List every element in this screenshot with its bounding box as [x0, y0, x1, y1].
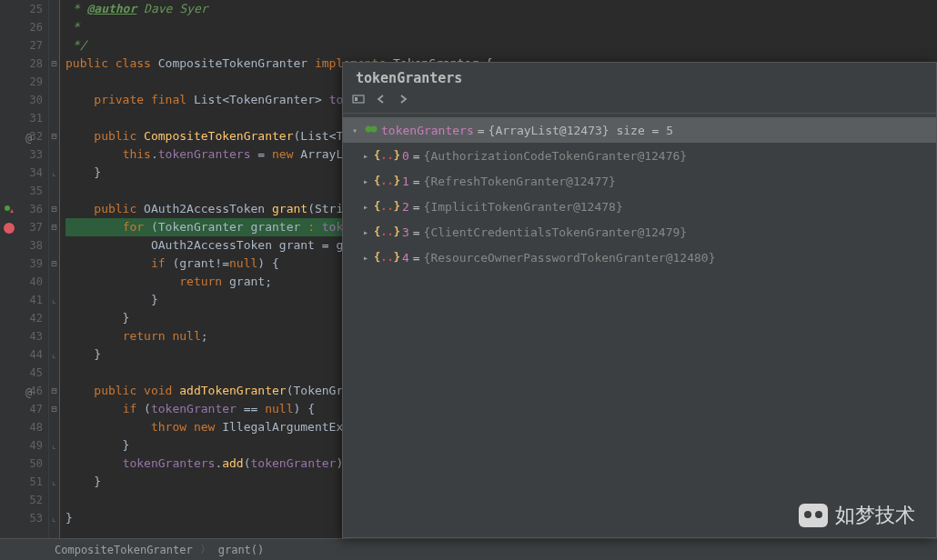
nav-back-icon[interactable] — [376, 94, 387, 107]
fold-marker[interactable] — [49, 73, 59, 91]
fold-marker[interactable]: ⊟ — [49, 255, 59, 273]
line-number: 42 — [0, 309, 48, 327]
chevron-right-icon[interactable]: ▸ — [359, 176, 372, 186]
line-number: 37 — [0, 218, 48, 236]
line-number-gutter: 2526272829303132@33343536373839404142434… — [0, 0, 49, 538]
fold-column: ⊟⊟⌞⊟⊟⊟⌞⌞⊟⊟⌞⌞⌞ — [49, 0, 60, 538]
line-number: 25 — [0, 0, 48, 18]
debug-tree-item[interactable]: ▸{..}2 = {ImplicitTokenGranter@12478} — [343, 194, 936, 219]
line-number: 38 — [0, 236, 48, 255]
breadcrumb-separator-icon: 〉 — [200, 542, 211, 557]
line-number: 35 — [0, 182, 48, 200]
line-number: 33 — [0, 145, 48, 164]
annotation-gutter-icon: @ — [25, 129, 32, 147]
fold-marker[interactable] — [49, 327, 59, 345]
debug-popup-toolbar — [343, 92, 936, 114]
breadcrumb-class[interactable]: CompositeTokenGranter — [55, 544, 193, 556]
fold-marker[interactable]: ⌞ — [49, 291, 59, 309]
line-number: 34 — [0, 164, 48, 182]
svg-point-4 — [371, 125, 378, 132]
fold-marker[interactable]: ⌞ — [49, 345, 59, 364]
code-line[interactable]: */ — [65, 36, 937, 55]
debug-tree-item[interactable]: ▸{..}3 = {ClientCredentialsTokenGranter@… — [343, 219, 936, 245]
svg-rect-2 — [355, 97, 358, 101]
fold-marker[interactable] — [49, 455, 59, 473]
array-element-icon: {..} — [374, 225, 400, 238]
svg-point-0 — [5, 205, 10, 211]
fold-marker[interactable] — [49, 182, 59, 200]
line-number: 28 — [0, 55, 48, 73]
line-number: 39 — [0, 255, 48, 273]
line-number: 46@ — [0, 382, 48, 400]
line-number: 40 — [0, 273, 48, 291]
debug-tree-root[interactable]: ▾tokenGranters = {ArrayList@12473} size … — [343, 117, 936, 143]
fold-marker[interactable] — [49, 36, 59, 55]
line-number: 53 — [0, 509, 48, 527]
fold-marker[interactable]: ⌞ — [49, 473, 59, 491]
breadcrumb-method[interactable]: grant() — [218, 544, 265, 556]
fold-marker[interactable] — [49, 364, 59, 382]
fold-marker[interactable]: ⊟ — [49, 55, 59, 73]
line-number: 47 — [0, 400, 48, 418]
fold-marker[interactable] — [49, 18, 59, 36]
chevron-right-icon[interactable]: ▸ — [359, 253, 372, 263]
variable-icon — [365, 125, 378, 136]
chevron-down-icon[interactable]: ▾ — [348, 125, 361, 135]
line-number: 26 — [0, 18, 48, 36]
debug-tree-item[interactable]: ▸{..}0 = {AuthorizationCodeTokenGranter@… — [343, 143, 936, 168]
fold-marker[interactable] — [49, 491, 59, 509]
array-element-icon: {..} — [374, 175, 400, 187]
debug-tree-item[interactable]: ▸{..}1 = {RefreshTokenGranter@12477} — [343, 168, 936, 194]
line-number: 31 — [0, 109, 48, 127]
fold-marker[interactable]: ⊟ — [49, 200, 59, 218]
debug-popup-title: tokenGranters — [343, 63, 936, 92]
fold-marker[interactable] — [49, 91, 59, 109]
breakpoint-icon[interactable] — [4, 221, 15, 232]
wechat-icon — [799, 504, 828, 527]
fold-marker[interactable]: ⌞ — [49, 436, 59, 455]
chevron-right-icon[interactable]: ▸ — [359, 202, 372, 212]
fold-marker[interactable] — [49, 236, 59, 255]
fold-marker[interactable]: ⌞ — [49, 509, 59, 527]
line-number: 45 — [0, 364, 48, 382]
line-number: 49 — [0, 436, 48, 455]
watermark-text: 如梦技术 — [835, 502, 915, 529]
line-number: 30 — [0, 91, 48, 109]
fold-marker[interactable] — [49, 273, 59, 291]
line-number: 41 — [0, 291, 48, 309]
array-element-icon: {..} — [374, 200, 400, 213]
fold-marker[interactable]: ⊟ — [49, 218, 59, 236]
debug-tree-item[interactable]: ▸{..}4 = {ResourceOwnerPasswordTokenGran… — [343, 245, 936, 270]
fold-marker[interactable] — [49, 109, 59, 127]
fold-marker[interactable]: ⊟ — [49, 400, 59, 418]
watermark: 如梦技术 — [799, 502, 915, 529]
code-line[interactable]: * — [65, 18, 937, 36]
line-number: 43 — [0, 327, 48, 345]
line-number: 44 — [0, 345, 48, 364]
chevron-right-icon[interactable]: ▸ — [359, 227, 372, 237]
annotation-gutter-icon: @ — [25, 384, 32, 402]
chevron-right-icon[interactable]: ▸ — [359, 151, 372, 161]
fold-marker[interactable] — [49, 0, 59, 18]
line-number: 48 — [0, 418, 48, 436]
debug-variable-tree[interactable]: ▾tokenGranters = {ArrayList@12473} size … — [343, 114, 936, 274]
override-icon[interactable] — [4, 203, 15, 214]
fold-marker[interactable]: ⌞ — [49, 164, 59, 182]
fold-marker[interactable] — [49, 418, 59, 436]
fold-marker[interactable] — [49, 145, 59, 164]
line-number: 36 — [0, 200, 48, 218]
array-element-icon: {..} — [374, 251, 400, 264]
line-number: 27 — [0, 36, 48, 55]
line-number: 51 — [0, 473, 48, 491]
nav-forward-icon[interactable] — [398, 94, 408, 107]
debug-evaluate-popup: tokenGranters ▾tokenGranters = {ArrayLis… — [342, 62, 937, 538]
code-line[interactable]: * @author Dave Syer — [65, 0, 937, 18]
fold-marker[interactable]: ⊟ — [49, 382, 59, 400]
line-number: 29 — [0, 73, 48, 91]
fold-marker[interactable]: ⊟ — [49, 127, 59, 145]
svg-point-3 — [366, 125, 372, 132]
line-number: 52 — [0, 491, 48, 509]
fold-marker[interactable] — [49, 309, 59, 327]
svg-rect-1 — [353, 95, 364, 103]
new-watch-icon[interactable] — [352, 94, 365, 107]
